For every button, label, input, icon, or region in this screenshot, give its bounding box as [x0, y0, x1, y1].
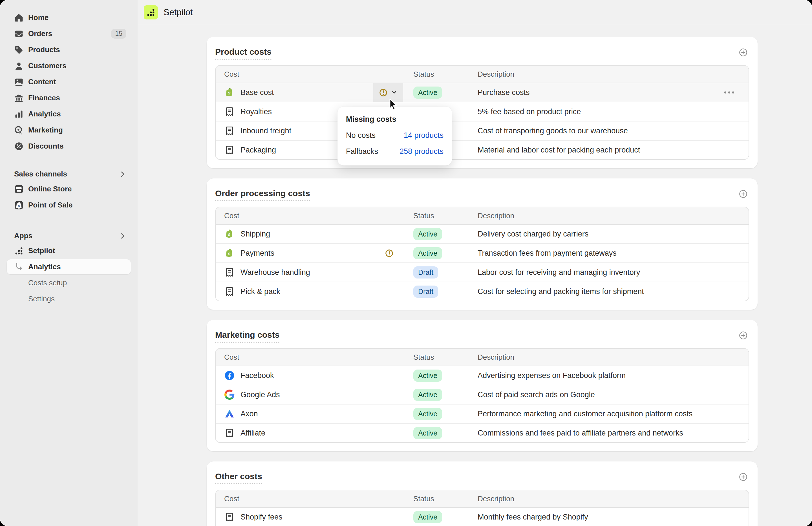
- description-text: Transaction fees from payment gateways: [478, 249, 617, 258]
- sidebar-item-content[interactable]: Content: [7, 74, 131, 89]
- sidebar-apps-nav: Setpilot Analytics Costs setup Settings: [7, 243, 131, 306]
- receipt-icon: [224, 126, 235, 136]
- sidebar-main-nav: Home Orders 15 Products Customers Conten…: [7, 10, 131, 154]
- column-header-description: Description: [478, 353, 749, 362]
- status-badge: Active: [413, 369, 442, 382]
- row-payments[interactable]: S Payments Active Transaction fees from …: [216, 243, 749, 262]
- status-badge: Active: [413, 511, 442, 523]
- cost-name: Royalties: [241, 107, 272, 116]
- sidebar-item-label: Orders: [28, 29, 52, 38]
- sidebar-item-finances[interactable]: Finances: [7, 90, 131, 105]
- sidebar-item-costs-setup[interactable]: Costs setup: [7, 275, 131, 290]
- row-warehouse-handling[interactable]: Warehouse handling Draft Labor cost for …: [216, 262, 749, 282]
- add-cost-button[interactable]: [739, 331, 748, 340]
- card-title-text: Other costs: [215, 472, 262, 484]
- description-text: 5% fee based on product price: [478, 107, 581, 116]
- description-cell: Delivery cost charged by carriers: [478, 225, 749, 243]
- cost-cell: Pick & pack: [216, 282, 413, 301]
- sidebar-item-settings[interactable]: Settings: [7, 291, 131, 306]
- sidebar-item-point-of-sale[interactable]: S Point of Sale: [7, 198, 131, 213]
- sidebar-item-analytics[interactable]: Analytics: [7, 259, 131, 274]
- card-other-costs: Other costs Cost Status Description Shop…: [207, 462, 758, 526]
- sidebar-item-marketing[interactable]: Marketing: [7, 122, 131, 137]
- sidebar-item-products[interactable]: Products: [7, 42, 131, 57]
- sidebar-item-label: Settings: [28, 295, 55, 303]
- cost-name: Affiliate: [241, 429, 265, 438]
- cost-name: Inbound freight: [241, 127, 291, 135]
- column-header-cost: Cost: [216, 494, 413, 503]
- cost-name: Pick & pack: [241, 287, 280, 296]
- online-store-icon: [14, 184, 24, 194]
- main-area: Setpilot Product costs Cost Status Descr…: [137, 0, 812, 526]
- sidebar-item-analytics[interactable]: Analytics: [7, 106, 131, 121]
- row-facebook[interactable]: Facebook Active Advertising expenses on …: [216, 366, 749, 385]
- add-cost-button[interactable]: [739, 190, 748, 198]
- no-costs-products-link[interactable]: 14 products: [404, 131, 444, 140]
- sidebar-section-apps[interactable]: Apps: [7, 228, 131, 243]
- row-google-ads[interactable]: Google Ads Active Cost of paid search ad…: [216, 385, 749, 404]
- setpilot-dots-icon: [14, 246, 24, 256]
- cost-table: Cost Status Description Shopify fees Act…: [215, 490, 749, 526]
- table-header-row: Cost Status Description: [216, 207, 749, 225]
- column-header-status: Status: [413, 70, 478, 79]
- sidebar-item-online-store[interactable]: Online Store: [7, 181, 131, 196]
- card-header: Product costs: [215, 47, 749, 57]
- column-header-cost: Cost: [216, 211, 413, 220]
- sidebar-item-label: Discounts: [28, 142, 64, 150]
- row-shipping[interactable]: S Shipping Active Delivery cost charged …: [216, 225, 749, 243]
- fallbacks-products-link[interactable]: 258 products: [400, 147, 444, 156]
- sidebar-item-label: Content: [28, 77, 56, 86]
- sidebar-section-sales-channels[interactable]: Sales channels: [7, 166, 131, 181]
- row-base-cost[interactable]: S Base cost Active Purchase costs: [216, 83, 749, 102]
- row-actions-menu[interactable]: [723, 90, 735, 94]
- card-title: Order processing costs: [215, 189, 310, 198]
- row-shopify-fees[interactable]: Shopify fees Active Monthly fees charged…: [216, 508, 749, 526]
- description-text: Cost for selecting and packing items for…: [478, 287, 644, 296]
- sidebar-item-discounts[interactable]: Discounts: [7, 139, 131, 154]
- cost-name: Packaging: [241, 146, 276, 155]
- row-axon[interactable]: Axon Active Performance marketing and cu…: [216, 404, 749, 423]
- description-cell: Material and labor cost for packing each…: [478, 141, 749, 159]
- status-badge: Active: [413, 228, 442, 240]
- add-cost-button[interactable]: [739, 473, 748, 481]
- column-header-status: Status: [413, 211, 478, 220]
- sidebar-item-setpilot[interactable]: Setpilot: [7, 243, 131, 258]
- sidebar-item-label: Online Store: [28, 185, 72, 193]
- cost-name: Shopify fees: [241, 513, 282, 522]
- card-marketing-costs: Marketing costs Cost Status Description …: [207, 320, 758, 451]
- row-pick-pack[interactable]: Pick & pack Draft Cost for selecting and…: [216, 282, 749, 301]
- sidebar-item-orders[interactable]: Orders 15: [7, 26, 131, 41]
- status-cell: Active: [413, 244, 478, 262]
- shopify-bag-icon: S: [224, 229, 235, 239]
- row-royalties[interactable]: Royalties 5% fee based on product price: [216, 102, 749, 121]
- sidebar-sales-channels-nav: Online Store S Point of Sale: [7, 181, 131, 213]
- row-inbound-freight[interactable]: Inbound freight Cost of transporting goo…: [216, 121, 749, 140]
- description-cell: Advertising expenses on Facebook platfor…: [478, 366, 749, 385]
- missing-costs-dropdown[interactable]: [373, 83, 403, 102]
- home-icon: [14, 13, 24, 23]
- card-title: Marketing costs: [215, 330, 279, 340]
- description-cell: Cost of paid search ads on Google: [478, 385, 749, 404]
- description-text: Cost of transporting goods to our wareho…: [478, 127, 628, 135]
- description-cell: Cost of transporting goods to our wareho…: [478, 121, 749, 140]
- table-body: Shopify fees Active Monthly fees charged…: [216, 508, 749, 526]
- column-header-cost: Cost: [216, 70, 413, 79]
- topbar: Setpilot: [137, 0, 812, 25]
- status-badge: Draft: [413, 266, 438, 278]
- count-badge: 15: [111, 29, 126, 39]
- row-affiliate[interactable]: Affiliate Active Commissions and fees pa…: [216, 423, 749, 442]
- row-packaging[interactable]: Packaging Material and labor cost for pa…: [216, 140, 749, 159]
- cost-cell: S Base cost: [216, 83, 413, 102]
- table-header-row: Cost Status Description: [216, 490, 749, 508]
- sidebar-item-home[interactable]: Home: [7, 10, 131, 25]
- chevron-right-icon: [118, 170, 127, 178]
- sidebar-item-customers[interactable]: Customers: [7, 58, 131, 73]
- description-text: Cost of paid search ads on Google: [478, 391, 595, 399]
- svg-text:S: S: [18, 204, 20, 207]
- description-text: Purchase costs: [478, 88, 530, 97]
- finances-icon: [14, 93, 24, 103]
- description-text: Commissions and fees paid to affiliate p…: [478, 429, 683, 438]
- axon-icon: [224, 408, 235, 419]
- add-cost-button[interactable]: [739, 48, 748, 57]
- receipt-icon: [224, 512, 235, 522]
